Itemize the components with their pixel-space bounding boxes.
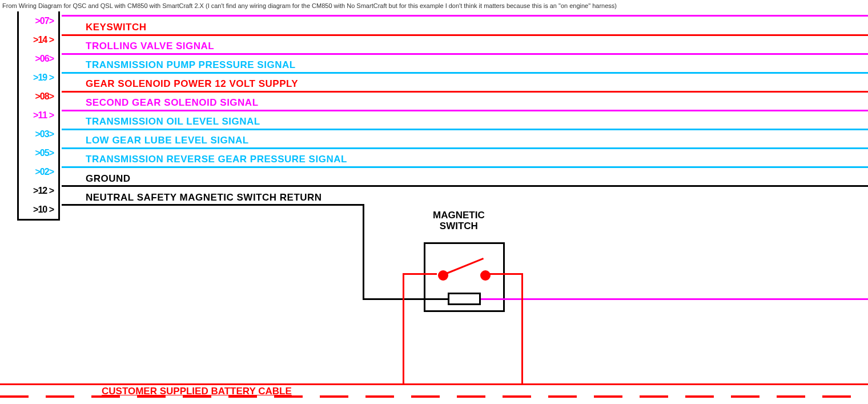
caption-text: From Wiring Diagram for QSC and QSL with…: [2, 2, 617, 9]
wire-03: [62, 129, 868, 130]
wire-label-second-gear: SECOND GEAR SOLENOID SIGNAL: [86, 97, 259, 109]
wire-12: [62, 185, 868, 187]
wire-10: [62, 204, 364, 206]
pin-02: >02>: [19, 162, 58, 181]
wire-10-drop: [363, 204, 364, 300]
switch-red-left-h: [403, 273, 437, 275]
pin-08: >08>: [19, 87, 58, 106]
switch-coil: [448, 293, 481, 305]
pin-14: >14 >: [19, 30, 58, 49]
pin-03: >03>: [19, 125, 58, 143]
connector-block: >07> >14 > >06> >19 > >08> >11 > >03> >0…: [17, 11, 60, 221]
pin-11: >11 >: [19, 106, 58, 125]
wire-11: [62, 110, 868, 111]
pin-19: >19 >: [19, 68, 58, 87]
switch-arm: [443, 258, 484, 275]
pin-10: >10 >: [19, 200, 58, 219]
switch-terminal-right: [480, 270, 491, 281]
coil-left-wire: [424, 298, 448, 300]
wire-label-ground: GROUND: [86, 173, 131, 185]
wire-08: [62, 91, 868, 93]
magnetic-switch-box: [424, 242, 505, 312]
magnetic-switch-title2: SWITCH: [440, 221, 478, 231]
battery-cable-label: CUSTOMER SUPPLIED BATTERY CABLE: [102, 386, 292, 397]
magnetic-switch-label: MAGNETIC SWITCH: [433, 210, 485, 231]
switch-red-right-v: [521, 273, 523, 385]
switch-red-right-h: [490, 273, 523, 275]
wire-14: [62, 34, 868, 36]
wire-07: [62, 15, 868, 17]
wire-label-oil-level: TRANSMISSION OIL LEVEL SIGNAL: [86, 116, 260, 127]
wire-label-reverse-gear: TRANSMISSION REVERSE GEAR PRESSURE SIGNA…: [86, 154, 347, 165]
wire-label-neutral-safety: NEUTRAL SAFETY MAGNETIC SWITCH RETURN: [86, 192, 322, 203]
pin-06: >06>: [19, 49, 58, 68]
wire-label-keyswitch: KEYSWITCH: [86, 22, 147, 33]
wire-label-trolling: TROLLING VALVE SIGNAL: [86, 41, 214, 52]
wire-06: [62, 53, 868, 55]
wire-label-pump-pressure: TRANSMISSION PUMP PRESSURE SIGNAL: [86, 59, 296, 71]
coil-right-wire: [481, 298, 868, 300]
pin-12: >12 >: [19, 181, 58, 200]
battery-cable-solid: [0, 383, 868, 385]
wire-label-solenoid-power: GEAR SOLENOID POWER 12 VOLT SUPPLY: [86, 78, 298, 90]
pin-07: >07>: [19, 11, 58, 30]
magnetic-switch-title1: MAGNETIC: [433, 210, 485, 221]
wire-02: [62, 166, 868, 168]
wire-19: [62, 72, 868, 74]
pin-05: >05>: [19, 143, 58, 162]
wire-label-lube-level: LOW GEAR LUBE LEVEL SIGNAL: [86, 135, 249, 146]
switch-red-left-v: [403, 273, 404, 385]
wire-05: [62, 147, 868, 149]
wire-10-to-switch: [363, 298, 425, 300]
